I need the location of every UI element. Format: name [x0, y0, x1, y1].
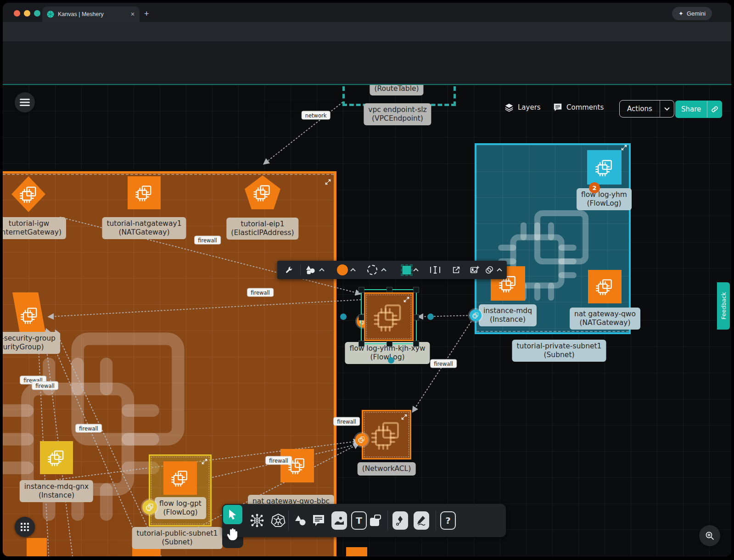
chevron-up-icon[interactable]	[381, 261, 387, 279]
canvas-menu-button[interactable]	[15, 92, 35, 112]
close-window-button[interactable]	[14, 10, 20, 17]
fullscreen-window-button[interactable]	[34, 10, 40, 17]
resize-handle[interactable]	[359, 341, 364, 347]
relationship-count-badge[interactable]: 2	[589, 182, 600, 193]
node-label-routetable: (RouteTable)	[370, 85, 423, 95]
node-partial[interactable]	[27, 538, 47, 556]
sparkle-icon: ✦	[678, 10, 684, 17]
filter-lens-icon[interactable]	[485, 261, 494, 279]
widgets-grid-button[interactable]	[15, 517, 35, 537]
edge-label: firewall	[333, 417, 360, 426]
connection-handle[interactable]	[142, 500, 157, 515]
kubernetes-icon[interactable]	[271, 513, 286, 528]
node-label-instance-mdq: instance-mdq(Instance)	[479, 304, 537, 326]
node-label-flow-log-gpt: flow log-gpt (FlowLog)	[155, 497, 206, 519]
collapse-node-icon[interactable]	[401, 414, 407, 420]
browser-window: Kanvas | Meshery ✕ + ✦ Gemini kanvas.new…	[3, 3, 731, 556]
node-label-instance-mdq-gnx: instance-mdq-gnx(Instance)	[20, 480, 93, 502]
node-nat-gateway-qwo[interactable]	[588, 270, 622, 303]
minimize-window-button[interactable]	[24, 10, 30, 17]
new-tab-button[interactable]: +	[144, 9, 149, 19]
tab-strip: Kanvas | Meshery ✕ + ✦ Gemini	[3, 3, 731, 22]
collapse-node-icon[interactable]	[202, 459, 207, 465]
actions-dropdown-icon[interactable]	[660, 107, 674, 111]
chevron-up-icon[interactable]	[413, 261, 419, 279]
text-tool-icon[interactable]: T	[351, 511, 367, 530]
shapes-tool-icon[interactable]	[305, 261, 316, 279]
app-header: KANVAS / / aws ec2.yaml 0	[3, 41, 731, 85]
chip-icon	[20, 302, 39, 328]
collapse-region-icon[interactable]	[621, 145, 627, 151]
edge-label: firewall	[32, 381, 58, 390]
canvas[interactable]: (RouteTable) vpc endpoint-slz (VPCEndpoi…	[3, 85, 731, 556]
resize-text-icon[interactable]	[430, 261, 441, 279]
pan-tool-icon[interactable]	[226, 527, 239, 544]
node-tutorial-natgateway1[interactable]	[128, 176, 161, 209]
chip-watermark-icon	[372, 300, 405, 333]
bottom-dock: T ?	[222, 504, 506, 537]
chevron-up-icon[interactable]	[350, 261, 356, 279]
edge-pen-tool-icon[interactable]	[392, 511, 408, 530]
share-link-icon[interactable]	[707, 106, 722, 113]
chip-watermark-icon	[370, 418, 403, 451]
guide-dot	[427, 314, 434, 320]
comment-tool-icon[interactable]	[312, 514, 325, 527]
chip-icon	[594, 157, 615, 178]
mesh-sync-icon[interactable]	[250, 514, 264, 527]
chip-icon	[252, 183, 273, 202]
chevron-up-icon[interactable]	[319, 261, 325, 279]
tab-title: Kanvas | Meshery	[58, 11, 127, 17]
node-label-network-acl: (NetworkACL)	[358, 462, 416, 476]
zoom-button[interactable]	[699, 525, 720, 546]
edge[interactable]	[418, 315, 474, 317]
shapes-tool-icon[interactable]	[294, 515, 307, 526]
actions-button[interactable]: Actions	[619, 100, 674, 118]
edge-label: firewall	[430, 359, 457, 368]
node-network-acl[interactable]	[362, 410, 411, 459]
fill-color-swatch[interactable]	[337, 261, 348, 279]
resize-handle[interactable]	[387, 341, 392, 347]
collapse-node-icon[interactable]	[403, 297, 409, 302]
node-context-toolbar	[277, 261, 507, 279]
node-label-tutorial-natgateway1: tutorial-natgateway1(NATGateway)	[102, 217, 186, 239]
chevron-up-icon[interactable]	[497, 261, 502, 279]
select-tool-button[interactable]	[223, 505, 242, 524]
node-label-tutorial-security-group: tutorial-security-group(SecurityGroup)	[3, 332, 60, 354]
resize-handle[interactable]	[413, 341, 419, 347]
image-tool-icon[interactable]	[331, 511, 347, 530]
node-flow-log-gpt[interactable]	[163, 461, 197, 495]
comments-button[interactable]: Comments	[553, 102, 604, 112]
shape-group-tool-icon[interactable]	[369, 514, 381, 527]
node-instance-mdq-gnx[interactable]	[40, 441, 73, 474]
edge-label: firewall	[265, 456, 292, 465]
resize-handle[interactable]	[413, 287, 419, 293]
tab-close-icon[interactable]: ✕	[130, 11, 135, 17]
border-style-swatch[interactable]	[367, 261, 377, 279]
gemini-button[interactable]: ✦ Gemini	[672, 7, 712, 20]
chip-icon	[47, 448, 66, 467]
shape-preview-swatch[interactable]	[403, 261, 411, 279]
guide-dot	[340, 314, 347, 320]
configure-tool-icon[interactable]	[285, 261, 293, 279]
connection-handle[interactable]	[470, 309, 482, 321]
collapse-region-icon[interactable]	[325, 179, 331, 185]
region-label-private-subnet: tutorial-private-subnet1 (Subnet)	[512, 340, 606, 362]
freehand-draw-tool-icon[interactable]	[414, 511, 429, 530]
connection-handle[interactable]	[355, 433, 368, 446]
help-button[interactable]: ?	[440, 511, 456, 530]
resize-handle[interactable]	[413, 314, 419, 320]
node-nat-gateway-qwo-bbc[interactable]	[280, 449, 314, 482]
edge-label: firewall	[194, 236, 221, 245]
feedback-tab[interactable]: Feedback	[717, 282, 730, 330]
layers-button[interactable]: Layers	[504, 102, 541, 112]
node-partial[interactable]	[346, 547, 367, 556]
open-in-new-icon[interactable]	[452, 261, 460, 279]
add-image-icon[interactable]	[470, 261, 479, 279]
flowlog-node-body[interactable]	[364, 292, 414, 341]
share-button[interactable]: Share	[675, 101, 722, 118]
node-label-tutorial-igw: tutorial-igw(InternetGateway)	[3, 217, 66, 239]
layers-icon	[504, 102, 514, 112]
node-flow-log-yhm[interactable]	[587, 150, 622, 185]
node-flow-log-yhm-kjh-xyw[interactable]	[361, 289, 417, 344]
browser-tab[interactable]: Kanvas | Meshery ✕	[42, 6, 140, 22]
